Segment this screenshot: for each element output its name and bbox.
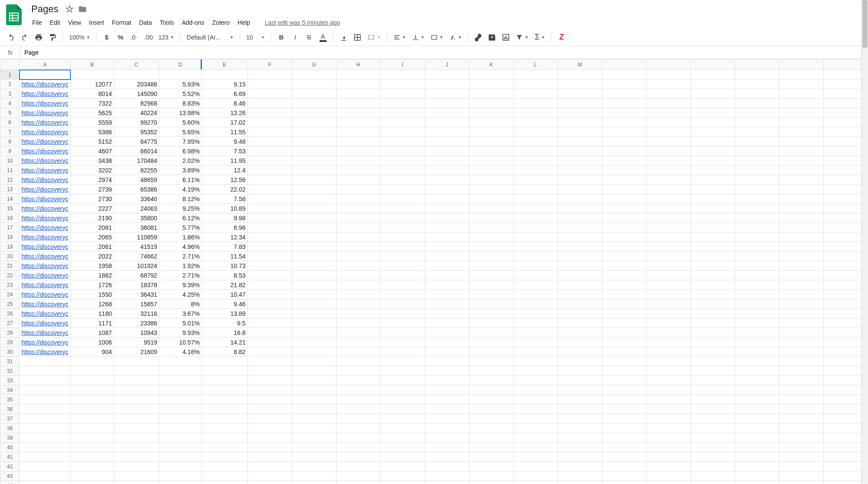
last-edit-link[interactable]: Last edit was 5 minutes ago [265, 19, 340, 26]
cell-A18[interactable]: https://discoveryc [20, 232, 70, 242]
fx-icon[interactable]: fx [0, 46, 21, 59]
menu-edit[interactable]: Edit [46, 17, 64, 28]
cell-x138[interactable] [602, 137, 646, 146]
cell-x1631[interactable] [735, 357, 779, 366]
cell-x1616[interactable] [735, 213, 779, 223]
cell-G2[interactable] [292, 80, 336, 89]
cell-I36[interactable] [380, 404, 425, 414]
cell-B3[interactable]: 8014 [70, 89, 114, 99]
cell-x1510[interactable] [690, 156, 735, 166]
cell-L27[interactable] [513, 318, 558, 328]
cell-K44[interactable] [469, 481, 513, 484]
font-size-select[interactable]: 10▼ [244, 31, 267, 44]
cell-I33[interactable] [380, 376, 425, 385]
cell-F4[interactable] [248, 99, 292, 108]
cell-D36[interactable] [159, 404, 202, 414]
cell-J28[interactable] [425, 328, 469, 338]
cell-x1518[interactable] [690, 232, 735, 242]
cell-M9[interactable] [558, 146, 602, 156]
cell-K38[interactable] [469, 424, 513, 433]
cell-G26[interactable] [292, 309, 336, 318]
cell-G39[interactable] [292, 433, 336, 443]
cell-A12[interactable]: https://discoveryc [20, 175, 70, 185]
cell-x1743[interactable] [779, 471, 823, 481]
cell-I21[interactable] [380, 261, 425, 271]
cell-x1337[interactable] [602, 414, 646, 424]
cell-F6[interactable] [248, 118, 292, 127]
cell-x147[interactable] [646, 127, 690, 137]
col-header-x15[interactable] [690, 60, 735, 70]
cell-A30[interactable]: https://discoveryc [20, 347, 70, 357]
cell-F14[interactable] [248, 194, 292, 204]
cell-M44[interactable] [558, 481, 602, 484]
cell-F40[interactable] [248, 443, 292, 452]
col-header-E[interactable]: E [201, 60, 248, 70]
cell-x1531[interactable] [690, 357, 735, 366]
cell-K16[interactable] [469, 213, 513, 223]
cell-D20[interactable]: 2.71% [159, 252, 202, 261]
cell-E6[interactable]: 17.02 [201, 118, 248, 127]
cell-F13[interactable] [248, 185, 292, 194]
cell-x1422[interactable] [646, 271, 690, 280]
cell-C24[interactable]: 36431 [114, 290, 159, 299]
cell-K14[interactable] [469, 194, 513, 204]
cell-H41[interactable] [336, 452, 380, 462]
cell-H35[interactable] [336, 395, 380, 404]
cell-x1328[interactable] [602, 328, 646, 338]
cell-K10[interactable] [469, 156, 513, 166]
cell-G36[interactable] [292, 404, 336, 414]
cell-x1535[interactable] [690, 395, 735, 404]
col-header-x14[interactable] [646, 60, 690, 70]
cell-B23[interactable]: 1726 [70, 280, 114, 290]
cell-G4[interactable] [292, 99, 336, 108]
cell-D33[interactable] [159, 376, 202, 385]
cell-x1610[interactable] [735, 156, 779, 166]
cell-A8[interactable]: https://discoveryc [20, 137, 70, 146]
cell-D35[interactable] [159, 395, 202, 404]
cell-A38[interactable] [20, 424, 70, 433]
cell-x1533[interactable] [690, 376, 735, 385]
cell-x145[interactable] [646, 108, 690, 118]
cell-C16[interactable]: 35800 [114, 213, 159, 223]
row-header-35[interactable]: 35 [0, 395, 20, 404]
cell-x1712[interactable] [779, 175, 823, 185]
cell-D28[interactable]: 9.93% [159, 328, 202, 338]
row-header-37[interactable]: 37 [0, 414, 20, 424]
cell-H1[interactable] [336, 70, 380, 80]
cell-x1717[interactable] [779, 223, 823, 232]
cell-K18[interactable] [469, 232, 513, 242]
cell-C43[interactable] [114, 471, 159, 481]
cell-K15[interactable] [469, 204, 513, 213]
cell-E22[interactable]: 8.53 [201, 271, 248, 280]
cell-A14[interactable]: https://discoveryc [20, 194, 70, 204]
cell-x1633[interactable] [735, 376, 779, 385]
cell-x1416[interactable] [646, 213, 690, 223]
cell-J43[interactable] [425, 471, 469, 481]
cell-x1310[interactable] [602, 156, 646, 166]
cell-J44[interactable] [425, 481, 469, 484]
cell-D7[interactable]: 5.65% [159, 127, 202, 137]
zoom-select[interactable]: 100%▼ [66, 31, 93, 44]
scrollbar-thumb[interactable] [862, 0, 868, 48]
cell-x1722[interactable] [779, 271, 823, 280]
cell-G41[interactable] [292, 452, 336, 462]
cell-L15[interactable] [513, 204, 558, 213]
cell-x1536[interactable] [690, 404, 735, 414]
cell-M40[interactable] [558, 443, 602, 452]
cell-I11[interactable] [380, 166, 425, 175]
cell-B19[interactable]: 2061 [70, 242, 114, 252]
row-header-31[interactable]: 31 [0, 357, 20, 366]
cell-x1537[interactable] [690, 414, 735, 424]
cell-F32[interactable] [248, 366, 292, 376]
cell-x1319[interactable] [602, 242, 646, 252]
cell-E38[interactable] [201, 424, 248, 433]
rotate-button[interactable]: ▼ [447, 31, 465, 44]
cell-K27[interactable] [469, 318, 513, 328]
cell-B2[interactable]: 12077 [70, 80, 114, 89]
cell-H10[interactable] [336, 156, 380, 166]
cell-C39[interactable] [114, 433, 159, 443]
cell-x1615[interactable] [735, 204, 779, 213]
comment-button[interactable]: + [485, 31, 498, 44]
cell-E33[interactable] [201, 376, 248, 385]
col-header-I[interactable]: I [380, 60, 425, 70]
